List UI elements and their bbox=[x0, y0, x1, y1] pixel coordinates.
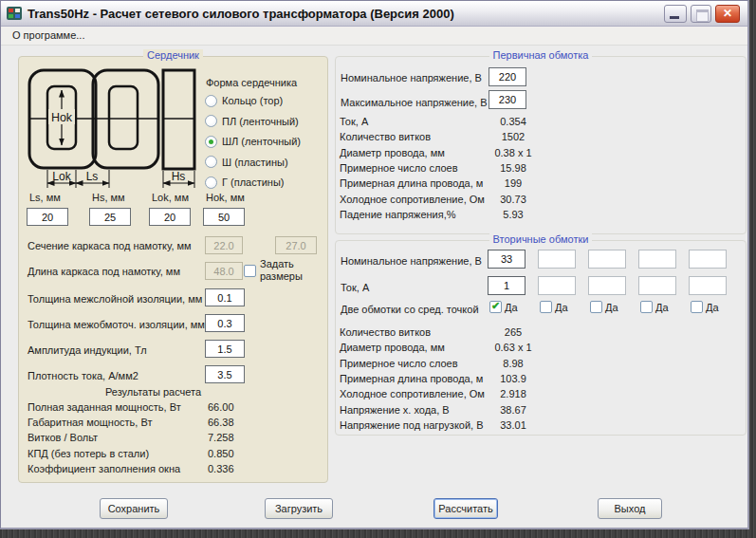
core-group-title: Сердечник bbox=[143, 49, 203, 61]
minimize-icon[interactable] bbox=[664, 5, 687, 23]
primary-result-row: Примерная длина провода, м 199 bbox=[1, 177, 747, 193]
menu-bar: О программе... bbox=[1, 27, 747, 46]
center-tap-cell: Да bbox=[590, 301, 628, 313]
primary-nominal-input[interactable] bbox=[489, 67, 526, 86]
center-tap-label: Две обмотки со сред. точкой bbox=[341, 304, 479, 315]
secondary-row-label: Примерное число слоев bbox=[340, 358, 458, 369]
secondary-current-input[interactable] bbox=[689, 276, 727, 295]
frame-length-label: Длина каркаса под намотку, мм bbox=[28, 266, 180, 277]
secondary-current-fields bbox=[488, 276, 727, 295]
radio-icon[interactable] bbox=[205, 95, 217, 107]
secondary-row-label: Примерная длина провода, м bbox=[340, 373, 483, 384]
primary-row-value: 1502 bbox=[475, 131, 551, 142]
core-shape-radio[interactable]: Кольцо (тор) bbox=[205, 94, 301, 107]
secondary-current-input[interactable] bbox=[588, 276, 626, 295]
center-tap-cell: Да bbox=[691, 301, 728, 313]
secondary-row-value: 8.98 bbox=[475, 358, 551, 369]
secondary-nominal-input[interactable] bbox=[588, 250, 626, 269]
secondary-row-label: Напряжение под нагрузкой, В bbox=[340, 419, 484, 431]
center-tap-cell: Да bbox=[489, 301, 527, 313]
primary-row-label: Количество витков bbox=[340, 131, 431, 142]
secondary-result-row: Напряжение х. хода, В 38.67 bbox=[1, 404, 747, 419]
secondary-nominal-label: Номинальное напряжение, В bbox=[341, 255, 482, 267]
center-tap-yes-label: Да bbox=[655, 302, 669, 313]
primary-row-value: 15.98 bbox=[475, 162, 551, 174]
secondary-current-input[interactable] bbox=[488, 276, 526, 295]
center-tap-checkbox[interactable] bbox=[640, 301, 653, 313]
primary-result-row: Количество витков 1502 bbox=[1, 131, 747, 146]
secondary-row-value: 103.9 bbox=[475, 373, 551, 384]
primary-result-row: Холодное сопротивление, Ом 30.73 bbox=[1, 194, 747, 209]
result-row: Коэффициент заполнения окна 0.336 bbox=[1, 463, 328, 478]
center-tap-yes-label: Да bbox=[605, 302, 618, 313]
secondary-row-label: Количество витков bbox=[340, 326, 431, 338]
secondary-result-row: Диаметр провода, мм 0.63 x 1 bbox=[1, 342, 747, 357]
secondary-current-input[interactable] bbox=[538, 276, 576, 295]
secondary-current-input[interactable] bbox=[638, 276, 676, 295]
result-label: КПД (без потерь в стали) bbox=[28, 448, 149, 459]
secondary-group-title: Вторичные обмотки bbox=[489, 233, 593, 245]
center-tap-checkboxes: Да Да Да Да Да bbox=[489, 301, 728, 313]
center-tap-yes-label: Да bbox=[505, 302, 518, 313]
center-tap-cell: Да bbox=[540, 301, 578, 313]
center-tap-checkbox[interactable] bbox=[540, 301, 552, 313]
primary-maximum-input[interactable] bbox=[489, 90, 526, 109]
param-input[interactable] bbox=[205, 288, 245, 306]
secondary-results: Количество витков 265 Диаметр провода, м… bbox=[1, 326, 747, 435]
secondary-row-value: 0.63 x 1 bbox=[475, 342, 551, 353]
primary-row-label: Примерное число слоев bbox=[340, 162, 458, 174]
primary-maximum-label: Максимальное напряжение, В bbox=[341, 97, 488, 108]
secondary-nominal-input[interactable] bbox=[538, 250, 576, 269]
primary-row-label: Диаметр провода, мм bbox=[340, 147, 445, 158]
center-tap-checkbox[interactable] bbox=[489, 301, 502, 313]
title-bar: Trans50Hz - Расчет сетевого силового тра… bbox=[1, 1, 747, 27]
menu-about[interactable]: О программе... bbox=[9, 27, 88, 45]
param-label: Толщина межслойной изоляции, мм bbox=[28, 293, 202, 305]
app-window: Trans50Hz - Расчет сетевого силового тра… bbox=[0, 0, 749, 529]
primary-row-label: Падение напряжения,% bbox=[340, 209, 456, 220]
secondary-result-row: Холодное сопротивление, Ом 2.918 bbox=[1, 388, 747, 403]
secondary-result-row: Примерное число слоев 8.98 bbox=[1, 358, 747, 373]
secondary-result-row: Примерная длина провода, м 103.9 bbox=[1, 373, 747, 388]
center-tap-checkbox[interactable] bbox=[590, 301, 602, 313]
result-label: Коэффициент заполнения окна bbox=[28, 463, 180, 474]
window-title: Trans50Hz - Расчет сетевого силового тра… bbox=[28, 7, 454, 21]
primary-results: Ток, А 0.354 Количество витков 1502 Диам… bbox=[1, 116, 747, 224]
secondary-nominal-input[interactable] bbox=[638, 250, 676, 269]
secondary-row-label: Диаметр провода, мм bbox=[340, 342, 445, 353]
primary-group-title: Первичная обмотка bbox=[489, 49, 593, 61]
frame-section-label: Сечение каркаса под намотку, мм bbox=[28, 240, 192, 251]
primary-row-value: 30.73 bbox=[475, 194, 551, 205]
primary-result-row: Ток, А 0.354 bbox=[1, 116, 747, 131]
secondary-row-label: Холодное сопротивление, Ом bbox=[340, 388, 485, 399]
app-icon bbox=[7, 6, 22, 21]
secondary-nominal-input[interactable] bbox=[689, 250, 727, 269]
secondary-row-label: Напряжение х. хода, В bbox=[340, 404, 450, 416]
secondary-nominal-input[interactable] bbox=[488, 250, 526, 269]
load-button[interactable]: Загрузить bbox=[265, 498, 333, 519]
frame-section-input-2 bbox=[275, 236, 317, 254]
exit-button[interactable]: Выход bbox=[598, 498, 662, 519]
secondary-row-value: 38.67 bbox=[475, 404, 551, 416]
frame-length-input bbox=[205, 262, 243, 280]
maximize-icon[interactable] bbox=[691, 5, 711, 23]
core-shape-label: Форма сердечника bbox=[206, 77, 297, 88]
calculate-button[interactable]: Рассчитать bbox=[433, 498, 498, 519]
core-param-row: Толщина межслойной изоляции, мм bbox=[1, 288, 328, 313]
primary-row-label: Холодное сопротивление, Ом bbox=[340, 194, 485, 205]
primary-row-label: Примерная длина провода, м bbox=[340, 177, 483, 189]
save-button[interactable]: Сохранить bbox=[100, 498, 168, 519]
primary-result-row: Примерное число слоев 15.98 bbox=[1, 162, 747, 177]
secondary-nominal-fields bbox=[488, 250, 727, 269]
primary-row-label: Ток, А bbox=[340, 116, 368, 127]
close-icon[interactable]: ✕ bbox=[715, 5, 740, 23]
center-tap-checkbox[interactable] bbox=[691, 301, 703, 313]
set-sizes-checkbox[interactable] bbox=[244, 265, 256, 277]
center-tap-yes-label: Да bbox=[706, 302, 719, 313]
primary-row-value: 0.38 x 1 bbox=[475, 147, 551, 158]
secondary-row-value: 2.918 bbox=[475, 388, 551, 399]
result-row: КПД (без потерь в стали) 0.850 bbox=[1, 448, 328, 463]
center-tap-yes-label: Да bbox=[555, 302, 568, 313]
primary-result-row: Диаметр провода, мм 0.38 x 1 bbox=[1, 147, 747, 162]
primary-row-value: 0.354 bbox=[475, 116, 551, 127]
